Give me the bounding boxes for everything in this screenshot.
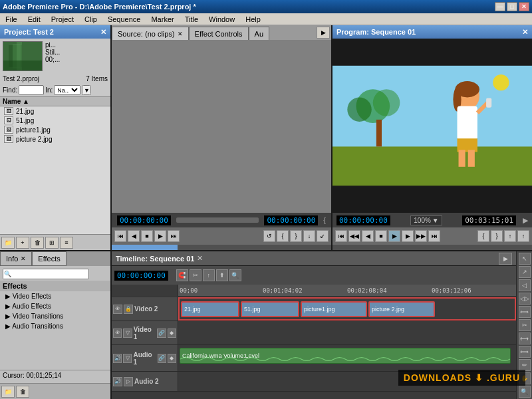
in-point-button[interactable]: { (277, 230, 289, 242)
out-point-button[interactable]: } (290, 230, 302, 242)
play-rev-button[interactable]: ◀ (128, 230, 140, 242)
prog-lift[interactable]: ↑ (504, 230, 516, 242)
overwrite-button[interactable]: ↙ (317, 230, 329, 242)
video1-keyframe-button[interactable]: ◆ (168, 329, 176, 338)
audio-clip-california[interactable]: California.wma Volume:Level (180, 348, 511, 364)
menu-window[interactable]: Window (206, 15, 237, 24)
timeline-panel-menu[interactable]: ▶ (499, 253, 512, 265)
menu-title[interactable]: Title (182, 15, 201, 24)
tool-zoom[interactable]: 🔍 (519, 386, 531, 398)
razor-button[interactable]: ✂ (190, 269, 201, 281)
program-scrub-bar[interactable] (332, 245, 532, 250)
find-input[interactable] (19, 85, 44, 95)
tool-rate-stretch[interactable]: ⟺ (519, 306, 531, 318)
step-fwd-button[interactable]: ⏭ (168, 230, 180, 242)
new-bin-button[interactable]: 📁 (1, 237, 15, 249)
prog-play[interactable]: ▶ (388, 230, 400, 242)
loop-button[interactable]: ↺ (263, 230, 275, 242)
menu-clip[interactable]: Clip (82, 15, 100, 24)
menu-project[interactable]: Project (49, 15, 76, 24)
audio1-sync-button[interactable]: 🔗 (158, 354, 166, 363)
tool-ripple[interactable]: ◁ (519, 279, 531, 291)
menu-marker[interactable]: Marker (148, 15, 176, 24)
tool-slip[interactable]: ⟷ (519, 332, 531, 344)
effects-list-item[interactable]: ▶ Audio Transitions (0, 321, 110, 331)
effects-list-item[interactable]: ▶ Video Effects (0, 291, 110, 301)
delete-button[interactable]: 🗑 (31, 237, 44, 249)
icon-view-button[interactable]: ⊞ (45, 237, 59, 249)
prog-extract[interactable]: ↑ (517, 230, 529, 242)
tab-source[interactable]: Source: (no clips) ✕ (112, 27, 189, 40)
menu-edit[interactable]: Edit (25, 15, 43, 24)
in-select[interactable]: Na... (54, 85, 80, 95)
info-tab-close[interactable]: ✕ (21, 255, 26, 262)
audio1-keyframe-button[interactable]: ◆ (168, 354, 176, 363)
list-item[interactable]: 🖼 51.jpg (0, 116, 110, 125)
audio2-expand-toggle[interactable]: ▷ (124, 377, 133, 386)
tool-slide[interactable]: ⟺ (519, 346, 531, 358)
menu-help[interactable]: Help (243, 15, 263, 24)
minimize-button[interactable]: — (495, 2, 505, 11)
close-button[interactable]: ✕ (519, 2, 529, 11)
list-item[interactable]: 🖼 picture1.jpg (0, 125, 110, 134)
video-clip-51[interactable]: 51.jpg (241, 301, 299, 317)
source-tab-close[interactable]: ✕ (178, 31, 183, 37)
timeline-close[interactable]: ✕ (197, 254, 203, 263)
zoom-in-button[interactable]: 🔍 (229, 269, 241, 281)
list-view-button[interactable]: ≡ (60, 237, 73, 249)
tab-info[interactable]: Info ✕ (0, 251, 32, 266)
video-clip-21[interactable]: 21.jpg (181, 301, 239, 317)
effects-section-header[interactable]: Effects (0, 281, 110, 291)
tool-razor[interactable]: ✂ (519, 319, 531, 331)
prog-fwd-1[interactable]: ▶ (402, 230, 414, 242)
effects-list-item[interactable]: ▶ Audio Effects (0, 301, 110, 311)
tab-effects[interactable]: Effects (32, 251, 66, 266)
effects-list-item[interactable]: ▶ Video Transitions (0, 311, 110, 321)
tab-audio[interactable]: Au (249, 27, 269, 40)
video-clip-picture2[interactable]: picture 2.jpg (368, 301, 435, 317)
tool-track-select[interactable]: ↗ (519, 266, 531, 278)
new-custom-bin-button[interactable]: 📁 (1, 386, 15, 398)
stop-button[interactable]: ■ (141, 230, 153, 242)
video1-expand-toggle[interactable]: ▽ (123, 329, 132, 338)
prog-play-rev[interactable]: ◀◀ (348, 230, 360, 242)
list-item[interactable]: 🖼 21.jpg (0, 106, 110, 116)
source-panel-menu[interactable]: ▶ (317, 27, 330, 39)
video-clip-picture1[interactable]: picture1.jpg (301, 301, 367, 317)
effects-search-input[interactable] (3, 269, 89, 279)
tool-rolling[interactable]: ◁▷ (519, 293, 531, 305)
list-item[interactable]: 🖼 picture 2.jpg (0, 134, 110, 144)
new-item-button[interactable]: + (16, 237, 29, 249)
program-panel-close[interactable]: ✕ (522, 28, 528, 37)
video2-track-content[interactable]: 21.jpg 51.jpg picture1.jpg picture 2.jpg (178, 297, 516, 321)
source-scrub-bar[interactable] (112, 245, 331, 250)
timeline-current-time[interactable]: 00:00:00:00 (114, 271, 168, 281)
maximize-button[interactable]: □ (507, 2, 517, 11)
project-panel-close[interactable]: ✕ (100, 28, 106, 37)
prog-back-1[interactable]: ◀ (362, 230, 374, 242)
tool-select[interactable]: ↖ (519, 253, 531, 265)
audio1-expand-toggle[interactable]: ▽ (123, 354, 132, 363)
step-back-button[interactable]: ⏮ (114, 230, 126, 242)
insert-button[interactable]: ↓ (303, 230, 315, 242)
prog-in-point[interactable]: { (477, 230, 489, 242)
play-button[interactable]: ▶ (154, 230, 166, 242)
zoom-control[interactable]: 100% ▼ (410, 215, 442, 225)
snap-button[interactable]: 🧲 (176, 269, 188, 281)
video1-visibility-toggle[interactable]: 👁 (113, 329, 122, 338)
extract-button[interactable]: ⬆ (216, 269, 228, 281)
source-jog-bar[interactable] (176, 217, 259, 223)
prog-out-point[interactable]: } (491, 230, 503, 242)
video2-visibility-toggle[interactable]: 👁 (113, 305, 122, 314)
audio1-track-content[interactable]: California.wma Volume:Level (178, 345, 516, 371)
video1-track-content[interactable] (178, 321, 516, 344)
audio1-mute-toggle[interactable]: 🔊 (113, 354, 122, 363)
prog-step-back[interactable]: ⏮ (335, 230, 347, 242)
find-button[interactable]: ▼ (82, 85, 91, 95)
menu-file[interactable]: File (3, 15, 20, 24)
tab-effect-controls[interactable]: Effect Controls (189, 27, 249, 40)
video2-lock-toggle[interactable]: 🔒 (124, 305, 133, 314)
video1-sync-button[interactable]: 🔗 (157, 329, 166, 338)
lift-button[interactable]: ↑ (203, 269, 215, 281)
prog-play-fwd[interactable]: ▶▶ (415, 230, 427, 242)
